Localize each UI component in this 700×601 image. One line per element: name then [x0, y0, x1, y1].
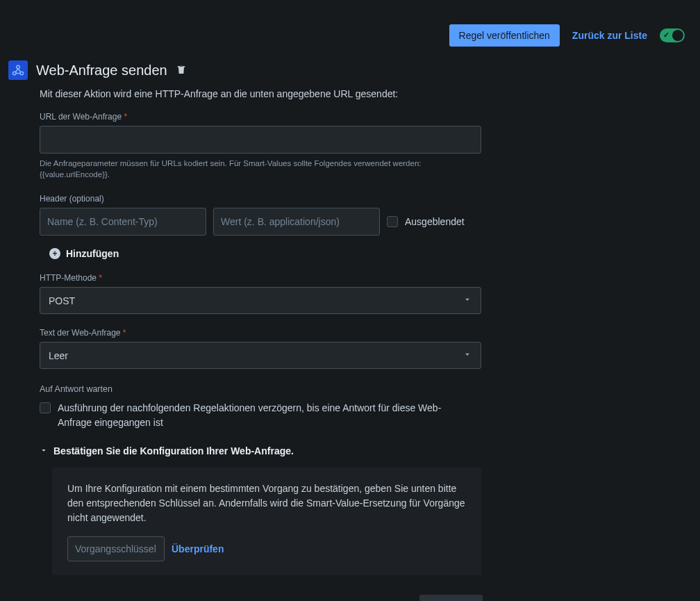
confirm-config-panel: Um Ihre Konfiguration mit einem bestimmt…: [52, 468, 481, 575]
header-name-input[interactable]: [40, 208, 206, 236]
delete-action-button[interactable]: [176, 64, 187, 77]
toggle-check-icon: ✓: [663, 31, 669, 40]
chevron-down-icon: [462, 295, 472, 306]
verify-button[interactable]: Überprüfen: [172, 543, 224, 554]
webhook-icon: [8, 60, 28, 80]
url-label: URL der Web-Anfrage *: [40, 112, 486, 122]
issue-key-input[interactable]: [67, 536, 165, 561]
url-helper-text: Die Anfrageparameter müssen für URLs kod…: [40, 158, 486, 180]
confirm-description: Um Ihre Konfiguration mit einem bestimmt…: [67, 481, 466, 525]
plus-icon: +: [49, 248, 60, 259]
http-method-label: HTTP-Methode *: [40, 273, 486, 283]
chevron-down-icon: [40, 445, 48, 456]
headers-label: Header (optional): [40, 194, 486, 204]
confirm-config-expander[interactable]: Bestätigen Sie die Konfiguration Ihrer W…: [40, 445, 486, 456]
http-method-select[interactable]: POST: [40, 287, 481, 314]
delay-checkbox[interactable]: [40, 402, 51, 413]
save-button[interactable]: Speichern: [419, 595, 483, 601]
url-input[interactable]: [40, 126, 481, 154]
header-hidden-label: Ausgeblendet: [405, 216, 465, 227]
toggle-knob: [672, 30, 683, 41]
page-title: Web-Anfrage senden: [36, 63, 167, 79]
body-select[interactable]: Leer: [40, 342, 481, 369]
rule-enabled-toggle[interactable]: ✓: [660, 28, 685, 42]
header-value-input[interactable]: [213, 208, 380, 236]
cancel-button[interactable]: Abbrechen: [353, 595, 417, 601]
back-to-list-link[interactable]: Zurück zur Liste: [572, 30, 647, 41]
wait-section-label: Auf Antwort warten: [40, 384, 486, 394]
svg-point-0: [17, 65, 20, 69]
publish-rule-button[interactable]: Regel veröffentlichen: [449, 24, 560, 47]
chevron-down-icon: [462, 349, 472, 361]
add-header-button[interactable]: + Hinzufügen: [49, 248, 119, 259]
header-hidden-checkbox[interactable]: [387, 216, 398, 227]
delay-description: Ausführung der nachfolgenden Regelaktion…: [58, 401, 474, 430]
page-description: Mit dieser Aktion wird eine HTTP-Anfrage…: [40, 88, 486, 99]
body-label: Text der Web-Anfrage *: [40, 328, 486, 338]
